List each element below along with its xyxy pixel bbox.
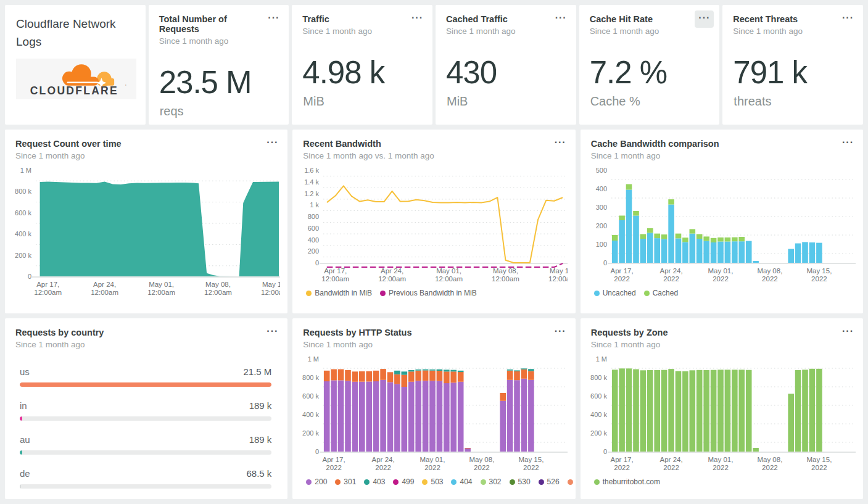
svg-text:12:00am: 12:00am [147, 289, 175, 296]
svg-text:12:00am: 12:00am [322, 275, 350, 283]
stat-unit: Cache % [590, 94, 720, 109]
cloudflare-logo: CLOUDFLARE ' [16, 59, 136, 99]
panel-cached-traffic: Cached Traffic Since 1 month ago ··· 430… [436, 5, 576, 125]
svg-text:2022: 2022 [663, 464, 679, 471]
country-bar-track [20, 416, 271, 421]
svg-text:1.6 k: 1.6 k [304, 167, 319, 174]
legend-item[interactable]: Bandwidth in MiB [306, 289, 372, 297]
stat-unit: reqs [160, 104, 289, 118]
http-status-chart: 1 M800 k600 k400 k200 k0Apr 17,2022Apr 2… [299, 354, 568, 473]
svg-text:2022: 2022 [376, 464, 392, 471]
ellipsis-menu-icon[interactable]: ··· [695, 10, 714, 28]
svg-text:200 k: 200 k [302, 429, 319, 437]
country-row: de68.5 k [20, 468, 271, 489]
svg-text:Apr 24,: Apr 24, [381, 267, 403, 275]
legend-label: 499 [402, 477, 414, 486]
legend-dot-icon [510, 479, 515, 485]
svg-text:200 k: 200 k [15, 252, 31, 259]
svg-text:Apr 24,: Apr 24, [372, 456, 395, 463]
svg-text:12:00am: 12:00am [436, 275, 463, 283]
stat-unit: MiB [303, 94, 432, 109]
svg-text:2022: 2022 [663, 275, 679, 283]
svg-text:Apr 24,: Apr 24, [93, 281, 116, 288]
legend-item[interactable]: 301 [335, 477, 356, 486]
panel-subtitle: Since 1 month ago [15, 340, 263, 349]
svg-text:May 08,: May 08, [205, 281, 231, 288]
legend-label: theburritobot.com [603, 477, 660, 486]
legend-item[interactable]: 200 [306, 477, 327, 486]
svg-text:2022: 2022 [811, 464, 827, 471]
country-bar-fill [20, 382, 271, 387]
svg-text:May 15,: May 15, [262, 281, 280, 288]
ellipsis-menu-icon[interactable]: ··· [263, 324, 282, 341]
ellipsis-menu-icon[interactable]: ··· [551, 135, 570, 152]
svg-text:0: 0 [603, 448, 607, 455]
legend-item[interactable]: 302 [481, 477, 502, 486]
panel-requests-by-http-status: Requests by HTTP Status Since 1 month ag… [292, 318, 575, 499]
svg-text:400: 400 [595, 185, 606, 192]
legend-item[interactable]: 530 [510, 477, 531, 486]
panel-subtitle: Since 1 month ago [159, 36, 265, 46]
country-value: 68.5 k [246, 468, 271, 479]
legend-item[interactable]: 404 [451, 477, 472, 486]
svg-text:2022: 2022 [523, 464, 539, 471]
ellipsis-menu-icon[interactable]: ··· [838, 10, 858, 28]
country-label: au [20, 434, 30, 445]
svg-text:100: 100 [595, 241, 606, 248]
country-row: au189 k [20, 434, 271, 455]
svg-text:2022: 2022 [614, 464, 630, 471]
stat-value: 4.98 k [302, 54, 432, 91]
legend-item[interactable]: Previous Bandwidth in MiB [380, 289, 477, 297]
legend-item[interactable]: 526 [539, 477, 560, 486]
svg-text:12:00am: 12:00am [91, 289, 118, 296]
svg-text:600 k: 600 k [15, 209, 31, 217]
dashboard: Cloudflare Network Logs CLOUDFLARE ' Tot… [0, 0, 868, 504]
legend-label: Bandwidth in MiB [315, 289, 372, 297]
legend-item[interactable]: 499 [393, 477, 414, 486]
svg-text:400 k: 400 k [302, 411, 319, 418]
ellipsis-menu-icon[interactable]: ··· [263, 135, 282, 152]
svg-text:1 k: 1 k [310, 201, 320, 209]
country-label: in [20, 400, 27, 411]
chart-legend: 200301403499503404302530526524 [292, 475, 575, 486]
legend-label: 503 [431, 477, 443, 486]
svg-text:May 15,: May 15, [550, 267, 568, 275]
panel-title: Cache Bandwidth comparison [591, 139, 838, 149]
ellipsis-menu-icon[interactable]: ··· [551, 324, 570, 341]
stat-value: 23.5 M [159, 64, 289, 101]
panel-request-count-chart: Request Count over time Since 1 month ag… [5, 130, 287, 313]
svg-text:200: 200 [308, 247, 319, 255]
ellipsis-menu-icon[interactable]: ··· [264, 10, 283, 28]
legend-item[interactable]: 403 [364, 477, 385, 486]
legend-dot-icon [306, 291, 312, 296]
ellipsis-menu-icon[interactable]: ··· [838, 135, 858, 152]
panel-title: Cache Hit Rate [590, 14, 695, 24]
svg-text:May 08,: May 08, [493, 267, 518, 275]
ellipsis-menu-icon[interactable]: ··· [552, 10, 571, 28]
svg-text:May 01,: May 01, [420, 456, 445, 463]
panel-cache-hit-rate: Cache Hit Rate Since 1 month ago ··· 7.2… [579, 5, 720, 125]
svg-text:': ' [125, 83, 126, 89]
svg-text:12:00am: 12:00am [548, 275, 568, 283]
chart-legend: UncachedCached [581, 286, 863, 297]
svg-text:Apr 17,: Apr 17, [323, 456, 345, 463]
legend-item[interactable]: 503 [422, 477, 443, 486]
stat-unit: threats [734, 94, 863, 109]
legend-item[interactable]: 524 [568, 477, 576, 486]
legend-item[interactable]: Uncached [594, 289, 636, 297]
svg-text:600 k: 600 k [590, 392, 607, 400]
ellipsis-menu-icon[interactable]: ··· [408, 10, 427, 28]
svg-text:800: 800 [308, 213, 319, 220]
svg-text:May 08,: May 08, [757, 456, 782, 463]
legend-item[interactable]: theburritobot.com [594, 477, 660, 486]
panel-cache-bandwidth-chart: Cache Bandwidth comparison Since 1 month… [581, 130, 863, 313]
ellipsis-menu-icon[interactable]: ··· [838, 324, 858, 341]
legend-item[interactable]: Cached [644, 289, 678, 297]
legend-dot-icon [393, 479, 399, 485]
legend-dot-icon [422, 479, 428, 485]
svg-text:400 k: 400 k [590, 411, 607, 418]
legend-label: Uncached [603, 289, 636, 297]
svg-text:2022: 2022 [326, 464, 342, 471]
legend-label: 302 [489, 477, 502, 486]
panel-requests-by-country: Requests by country Since 1 month ago ··… [5, 318, 287, 499]
